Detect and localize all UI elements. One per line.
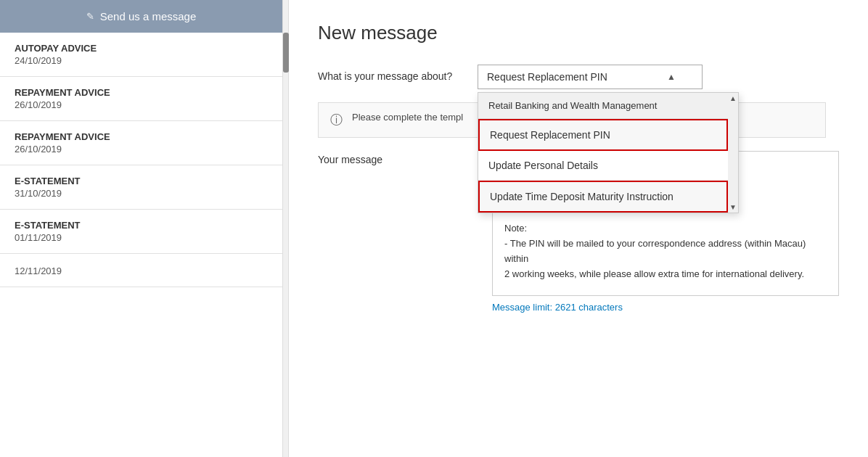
- send-message-label: Send us a message: [100, 10, 197, 22]
- list-item[interactable]: AUTOPAY ADVICE 24/10/2019: [0, 33, 282, 77]
- dropdown-item-update-personal[interactable]: Update Personal Details: [478, 151, 728, 181]
- item-title: E-Statement: [15, 176, 268, 186]
- dropdown-panel: Retail Banking and Wealth Management Req…: [478, 92, 739, 213]
- message-note-1: - The PIN will be mailed to your corresp…: [504, 236, 827, 267]
- item-date: 01/11/2019: [15, 232, 268, 243]
- item-title: REPAYMENT ADVICE: [15, 131, 268, 142]
- message-label: Your message: [318, 151, 478, 165]
- chevron-up-icon: ▲: [667, 72, 676, 82]
- list-item[interactable]: E-Statement 01/11/2019: [0, 210, 282, 254]
- form-label: What is your message about?: [318, 65, 478, 82]
- sidebar-scrollbar[interactable]: [283, 0, 289, 457]
- item-title: E-Statement: [15, 220, 268, 231]
- dropdown-scrollbar[interactable]: ▲ ▼: [728, 93, 738, 213]
- item-title: AUTOPAY ADVICE: [15, 43, 268, 54]
- edit-icon: ✎: [86, 11, 94, 22]
- main-content: New message What is your message about? …: [289, 0, 868, 457]
- item-date: 31/10/2019: [15, 188, 268, 199]
- sidebar: ✎ Send us a message AUTOPAY ADVICE 24/10…: [0, 0, 283, 457]
- dropdown-item-request-pin[interactable]: Request Replacement PIN: [478, 119, 728, 151]
- list-item[interactable]: E-Statement 31/10/2019: [0, 165, 282, 210]
- list-item[interactable]: REPAYMENT ADVICE 26/10/2019: [0, 121, 282, 165]
- message-limit-text: Message limit: 2621 characters: [492, 302, 839, 313]
- item-date: 26/10/2019: [15, 99, 268, 110]
- message-topic-row: What is your message about? Request Repl…: [318, 65, 839, 89]
- dropdown-item-update-time-deposit[interactable]: Update Time Deposit Maturity Instruction: [478, 181, 728, 213]
- selected-value-label: Request Replacement PIN: [487, 71, 607, 83]
- send-message-button[interactable]: ✎ Send us a message: [0, 0, 282, 33]
- page-title: New message: [318, 22, 839, 44]
- scrollbar-thumb: [283, 33, 289, 73]
- item-date: 24/10/2019: [15, 55, 268, 66]
- topic-select[interactable]: Request Replacement PIN ▲: [478, 65, 703, 89]
- info-circle-icon: ⓘ: [330, 112, 345, 128]
- scroll-down-arrow-icon[interactable]: ▼: [729, 203, 737, 211]
- list-item[interactable]: 12/11/2019: [0, 254, 282, 287]
- scroll-up-arrow-icon[interactable]: ▲: [729, 94, 737, 102]
- item-date: 12/11/2019: [15, 265, 268, 276]
- list-item[interactable]: REPAYMENT ADVICE 26/10/2019: [0, 77, 282, 121]
- sidebar-list: AUTOPAY ADVICE 24/10/2019 REPAYMENT ADVI…: [0, 33, 282, 457]
- dropdown-category-header: Retail Banking and Wealth Management: [478, 93, 728, 119]
- topic-select-container: Request Replacement PIN ▲ Retail Banking…: [478, 65, 703, 89]
- message-note-2: 2 working weeks, while please allow extr…: [504, 267, 827, 282]
- message-note-header: Note:: [504, 221, 827, 236]
- item-date: 26/10/2019: [15, 144, 268, 155]
- item-title: REPAYMENT ADVICE: [15, 87, 268, 98]
